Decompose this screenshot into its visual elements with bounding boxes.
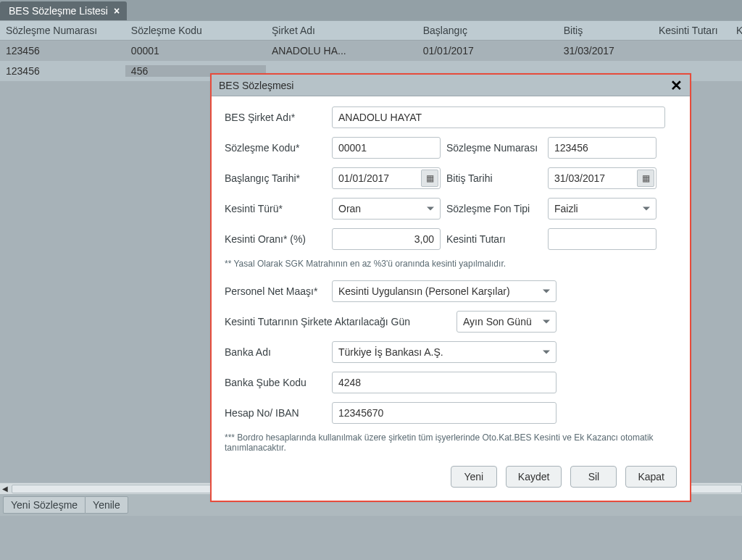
scroll-left-icon[interactable]: ◀ — [0, 484, 10, 494]
label-iban: Hesap No/ IBAN — [225, 407, 332, 419]
bank-value: Türkiye İş Bankası A.Ş. — [338, 346, 443, 358]
save-button[interactable]: Kaydet — [506, 466, 562, 488]
col-header-company[interactable]: Şirket Adı — [266, 25, 417, 36]
transfer-day-value: Ayın Son Günü — [463, 316, 532, 327]
calendar-icon[interactable]: ▦ — [421, 170, 438, 187]
start-date-input[interactable]: 01/01/2017 ▦ — [332, 167, 441, 189]
table-row[interactable]: 123456 00001 ANADOLU HA... 01/01/2017 31… — [0, 41, 742, 61]
label-number: Sözleşme Numarası — [441, 142, 548, 154]
fon-value: Faizli — [554, 203, 578, 214]
cell: 123456 — [0, 45, 125, 57]
bank-select[interactable]: Türkiye İş Bankası A.Ş. — [332, 341, 556, 363]
note-auto: *** Bordro hesaplarında kullanılmak üzer… — [225, 432, 677, 453]
label-end: Bitiş Tarihi — [441, 172, 548, 184]
fon-select[interactable]: Faizli — [548, 198, 656, 220]
tab-bar: BES Sözleşme Listesi × — [0, 0, 742, 20]
close-button[interactable]: Kapat — [625, 466, 677, 488]
cell: 01/01/2017 — [417, 45, 558, 57]
delete-button[interactable]: Sil — [570, 466, 617, 488]
dialog-body: BES Şirket Adı* ANADOLU HAYAT Sözleşme K… — [212, 96, 690, 501]
label-rate: Kesinti Oranı* (%) — [225, 233, 332, 245]
rate-input[interactable]: 3,00 — [332, 228, 441, 250]
chevron-down-icon — [543, 320, 550, 324]
close-icon[interactable]: × — [114, 5, 120, 17]
net-select[interactable]: Kesinti Uygulansın (Personel Karşılar) — [332, 280, 556, 302]
chevron-down-icon — [427, 207, 434, 211]
branch-input[interactable]: 4248 — [332, 372, 556, 393]
label-ktype: Kesinti Türü* — [225, 203, 332, 214]
code-input[interactable]: 00001 — [332, 137, 441, 159]
dialog-button-row: Yeni Kaydet Sil Kapat — [225, 466, 677, 488]
end-date-input[interactable]: 31/03/2017 ▦ — [548, 167, 656, 189]
ktype-value: Oran — [338, 203, 361, 214]
label-bank: Banka Adı — [225, 346, 332, 358]
amount-input[interactable] — [548, 228, 656, 250]
cell: 00001 — [125, 45, 266, 57]
number-input[interactable]: 123456 — [548, 137, 656, 159]
label-branch: Banka Şube Kodu — [225, 377, 332, 388]
chevron-down-icon — [543, 290, 550, 293]
label-company: BES Şirket Adı* — [225, 112, 332, 123]
start-date-value: 01/01/2017 — [338, 172, 389, 184]
refresh-button[interactable]: Yenile — [85, 496, 128, 514]
tab-title: BES Sözleşme Listesi — [9, 5, 108, 17]
tab-bes-list[interactable]: BES Sözleşme Listesi × — [0, 1, 127, 20]
end-date-value: 31/03/2017 — [554, 172, 605, 184]
col-header-end[interactable]: Bitiş — [558, 25, 653, 36]
calendar-icon[interactable]: ▦ — [637, 170, 654, 187]
col-header-start[interactable]: Başlangıç — [417, 25, 558, 36]
net-value: Kesinti Uygulansın (Personel Karşılar) — [338, 285, 510, 297]
company-input[interactable]: ANADOLU HAYAT — [332, 106, 665, 128]
col-header-amount[interactable]: Kesinti Tutarı — [653, 25, 730, 36]
dialog-title: BES Sözleşmesi — [219, 80, 293, 91]
label-fon: Sözleşme Fon Tipi — [441, 203, 548, 214]
transfer-day-select[interactable]: Ayın Son Günü — [457, 311, 556, 333]
ktype-select[interactable]: Oran — [332, 198, 441, 220]
label-transfer-day: Kesinti Tutarının Şirkete Aktarılacağı G… — [225, 316, 457, 327]
new-contract-button[interactable]: Yeni Sözleşme — [3, 496, 85, 514]
label-net: Personel Net Maaşı* — [225, 285, 332, 297]
cell: 123456 — [0, 65, 125, 77]
label-start: Başlangıç Tarihi* — [225, 172, 332, 184]
grid-header: Sözleşme Numarası Sözleşme Kodu Şirket A… — [0, 20, 742, 41]
cell: ANADOLU HA... — [266, 45, 417, 57]
col-header-code[interactable]: Sözleşme Kodu — [125, 25, 266, 36]
col-header-rate[interactable]: Kesinti Oran — [730, 25, 742, 36]
iban-input[interactable]: 12345670 — [332, 402, 556, 424]
col-header-number[interactable]: Sözleşme Numarası — [0, 25, 125, 36]
dialog-header: BES Sözleşmesi ✕ — [212, 75, 690, 96]
bes-contract-dialog: BES Sözleşmesi ✕ BES Şirket Adı* ANADOLU… — [210, 73, 691, 502]
close-icon[interactable]: ✕ — [670, 77, 683, 94]
new-button[interactable]: Yeni — [451, 466, 497, 488]
chevron-down-icon — [643, 207, 650, 211]
label-code: Sözleşme Kodu* — [225, 142, 332, 154]
chevron-down-icon — [543, 351, 550, 354]
label-amount: Kesinti Tutarı — [441, 233, 548, 245]
cell: 31/03/2017 — [558, 45, 653, 57]
note-legal: ** Yasal Olarak SGK Matrahının en az %3'… — [225, 259, 677, 269]
